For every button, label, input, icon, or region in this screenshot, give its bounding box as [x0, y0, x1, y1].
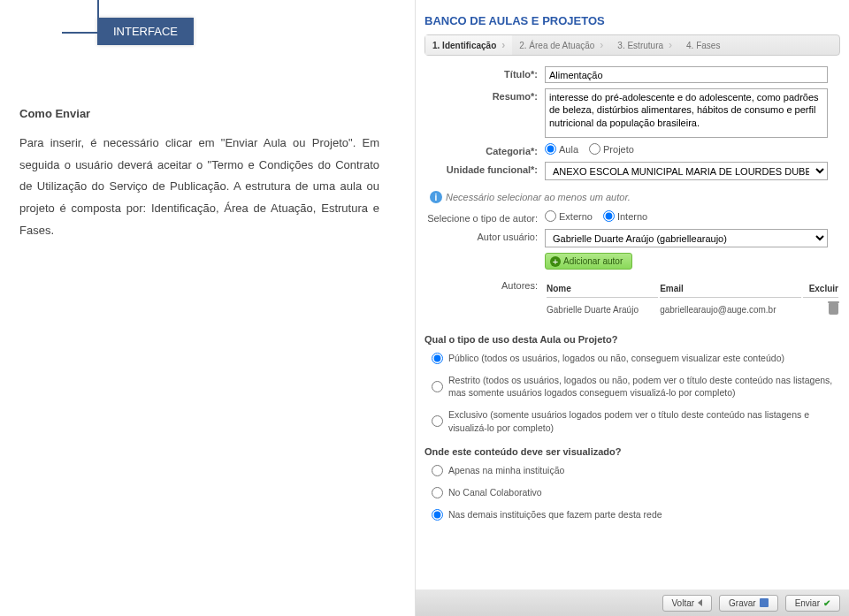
- titulo-label: Título*:: [424, 66, 545, 80]
- doc-heading: Como Enviar: [19, 107, 379, 120]
- vis-canal-radio[interactable]: No Canal Colaborativo: [432, 486, 840, 499]
- info-message: i Necessário selecionar ao menos um auto…: [424, 186, 840, 210]
- vis-minha-radio[interactable]: Apenas na minha instituição: [432, 464, 840, 477]
- check-icon: ✔: [823, 598, 830, 608]
- vis-rede-radio[interactable]: Nas demais instituições que fazem parte …: [432, 508, 840, 521]
- uso-exclusivo-radio[interactable]: Exclusivo (somente usuários logados pode…: [432, 408, 840, 434]
- tab-identificacao[interactable]: 1. Identificação: [425, 35, 512, 55]
- uso-restrito-radio[interactable]: Restrito (todos os usuários, logados ou …: [432, 374, 840, 399]
- unidade-select[interactable]: ANEXO ESCOLA MUNICIPAL MARIA DE LOURDES …: [545, 162, 828, 180]
- tipo-interno-radio[interactable]: Interno: [603, 210, 647, 222]
- tab-fases[interactable]: 4. Fases: [679, 35, 732, 55]
- tipo-externo-radio[interactable]: Externo: [545, 210, 593, 222]
- tipo-autor-label: Selecione o tipo de autor:: [424, 210, 545, 224]
- info-icon: i: [430, 191, 442, 203]
- th-email: Email: [660, 280, 800, 298]
- add-author-button[interactable]: Adicionar autor: [545, 253, 632, 270]
- unidade-label: Unidade funcional*:: [424, 162, 545, 175]
- doc-paragraph: Para inserir, é necessário clicar em "En…: [19, 133, 379, 241]
- titulo-input[interactable]: [545, 66, 828, 83]
- resumo-textarea[interactable]: interesse do pré-adolescente e do adoles…: [545, 88, 828, 138]
- autor-usuario-label: Autor usuário:: [424, 229, 545, 242]
- uso-title: Qual o tipo de uso desta Aula ou Projeto…: [424, 334, 840, 345]
- left-documentation-panel: INTERFACE Como Enviar Para inserir, é ne…: [0, 0, 416, 616]
- gravar-button[interactable]: Gravar: [719, 595, 778, 612]
- floppy-icon: [760, 598, 769, 607]
- categoria-label: Categoria*:: [424, 143, 545, 156]
- vis-title: Onde este conteúdo deve ser visualizado?: [424, 446, 840, 457]
- app-title: BANCO DE AULAS E PROJETOS: [416, 0, 849, 34]
- autores-label: Autores:: [424, 275, 545, 291]
- form-panel: BANCO DE AULAS E PROJETOS 1. Identificaç…: [416, 0, 849, 616]
- autor-usuario-select[interactable]: Gabrielle Duarte Araújo (gabriellearaujo…: [545, 229, 828, 247]
- tab-estrutura[interactable]: 3. Estrutura: [610, 35, 679, 55]
- categoria-projeto-radio[interactable]: Projeto: [589, 143, 634, 155]
- uso-publico-radio[interactable]: Público (todos os usuários, logados ou n…: [432, 352, 840, 365]
- button-bar: Voltar Gravar Enviar✔: [416, 589, 849, 616]
- resumo-label: Resumo*:: [424, 88, 545, 102]
- wizard-tabs: 1. Identificação 2. Área de Atuação 3. E…: [424, 34, 840, 56]
- th-nome: Nome: [547, 280, 658, 298]
- voltar-button[interactable]: Voltar: [662, 595, 713, 612]
- trash-icon[interactable]: [829, 303, 838, 315]
- th-excluir: Excluir: [803, 280, 838, 298]
- table-row: Gabrielle Duarte Araújo gabriellearaujo@…: [547, 300, 838, 320]
- interface-label: INTERFACE: [97, 18, 194, 45]
- enviar-button[interactable]: Enviar✔: [785, 595, 840, 612]
- tab-area-atuacao[interactable]: 2. Área de Atuação: [512, 35, 610, 55]
- back-arrow-icon: [698, 599, 702, 606]
- categoria-aula-radio[interactable]: Aula: [545, 143, 578, 155]
- authors-table: Nome Email Excluir Gabrielle Duarte Araú…: [545, 278, 840, 322]
